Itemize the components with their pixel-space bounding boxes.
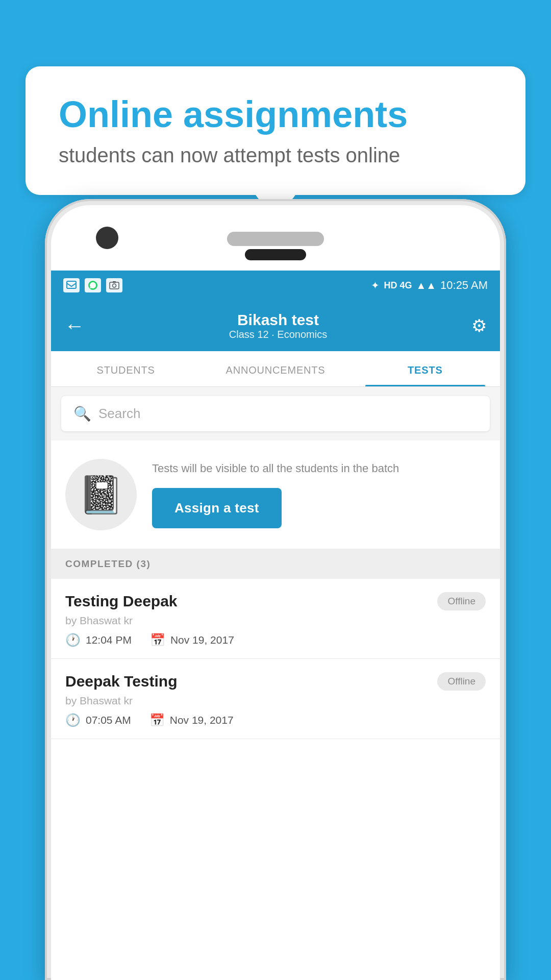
clock-icon-2: 🕐 bbox=[65, 713, 81, 727]
test-author-1: by Bhaswat kr bbox=[65, 615, 486, 627]
assign-section: 📓 Tests will be visible to all the stude… bbox=[51, 440, 500, 549]
tab-announcements[interactable]: ANNOUNCEMENTS bbox=[201, 351, 350, 386]
class-name: Bikash test bbox=[85, 311, 471, 329]
test-author-2: by Bhaswat kr bbox=[65, 695, 486, 707]
camera-dot bbox=[96, 227, 118, 249]
calendar-icon-1: 📅 bbox=[150, 633, 165, 647]
test-name-1: Testing Deepak bbox=[65, 593, 178, 610]
class-subtitle: Class 12 · Economics bbox=[85, 329, 471, 340]
test-name-2: Deepak Testing bbox=[65, 673, 178, 690]
assign-content: Tests will be visible to all the student… bbox=[152, 461, 486, 528]
tab-students[interactable]: STUDENTS bbox=[51, 351, 201, 386]
tabs-bar: STUDENTS ANNOUNCEMENTS TESTS bbox=[51, 351, 500, 387]
settings-button[interactable]: ⚙ bbox=[471, 315, 487, 336]
network-badge: HD 4G bbox=[384, 280, 412, 291]
status-icons bbox=[63, 278, 122, 292]
search-icon: 🔍 bbox=[73, 405, 91, 422]
speaker-grille bbox=[227, 232, 324, 246]
test-item-2: Deepak Testing Offline by Bhaswat kr 🕐 0… bbox=[51, 659, 500, 739]
bubble-title: Online assignments bbox=[59, 94, 492, 135]
status-right: ✦ HD 4G ▲▲ 10:25 AM bbox=[371, 279, 488, 292]
clock-icon-1: 🕐 bbox=[65, 633, 81, 647]
test-time-2: 🕐 07:05 AM bbox=[65, 713, 131, 727]
offline-badge-2: Offline bbox=[437, 672, 486, 691]
notification-icon-1 bbox=[63, 278, 80, 292]
whatsapp-icon bbox=[85, 278, 101, 292]
screen: ✦ HD 4G ▲▲ 10:25 AM ← Bikash test Class … bbox=[51, 271, 500, 980]
earpiece bbox=[245, 249, 306, 260]
app-bar-title-group: Bikash test Class 12 · Economics bbox=[85, 311, 471, 340]
search-placeholder: Search bbox=[98, 406, 140, 422]
search-bar[interactable]: 🔍 Search bbox=[61, 396, 490, 431]
test-meta-2: 🕐 07:05 AM 📅 Nov 19, 2017 bbox=[65, 713, 486, 727]
back-button[interactable]: ← bbox=[64, 314, 85, 337]
test-date-2: 📅 Nov 19, 2017 bbox=[149, 713, 234, 727]
photo-icon bbox=[106, 278, 122, 292]
test-meta-1: 🕐 12:04 PM 📅 Nov 19, 2017 bbox=[65, 633, 486, 647]
assign-description: Tests will be visible to all the student… bbox=[152, 461, 486, 477]
status-bar: ✦ HD 4G ▲▲ 10:25 AM bbox=[51, 271, 500, 300]
test-item: Testing Deepak Offline by Bhaswat kr 🕐 1… bbox=[51, 579, 500, 659]
test-time-1: 🕐 12:04 PM bbox=[65, 633, 132, 647]
calendar-icon-2: 📅 bbox=[149, 713, 165, 727]
completed-header: COMPLETED (3) bbox=[51, 549, 500, 579]
svg-point-3 bbox=[113, 284, 116, 287]
signal-bars: ▲▲ bbox=[416, 280, 436, 291]
assign-icon-circle: 📓 bbox=[65, 459, 137, 530]
search-container: 🔍 Search bbox=[51, 387, 500, 440]
bubble-subtitle: students can now attempt tests online bbox=[59, 144, 492, 167]
status-time: 10:25 AM bbox=[440, 279, 488, 292]
test-item-header-2: Deepak Testing Offline bbox=[65, 672, 486, 691]
tab-tests[interactable]: TESTS bbox=[350, 351, 500, 386]
assign-test-button[interactable]: Assign a test bbox=[152, 488, 282, 528]
app-bar: ← Bikash test Class 12 · Economics ⚙ bbox=[51, 300, 500, 351]
svg-rect-2 bbox=[110, 282, 119, 289]
bluetooth-icon: ✦ bbox=[371, 279, 380, 291]
notebook-icon: 📓 bbox=[78, 473, 124, 517]
svg-rect-4 bbox=[113, 281, 116, 283]
offline-badge-1: Offline bbox=[437, 592, 486, 610]
test-item-header-1: Testing Deepak Offline bbox=[65, 592, 486, 610]
speech-bubble: Online assignments students can now atte… bbox=[26, 66, 525, 195]
phone-inner: ✦ HD 4G ▲▲ 10:25 AM ← Bikash test Class … bbox=[51, 205, 500, 980]
phone-frame: ✦ HD 4G ▲▲ 10:25 AM ← Bikash test Class … bbox=[45, 199, 506, 980]
test-date-1: 📅 Nov 19, 2017 bbox=[150, 633, 234, 647]
